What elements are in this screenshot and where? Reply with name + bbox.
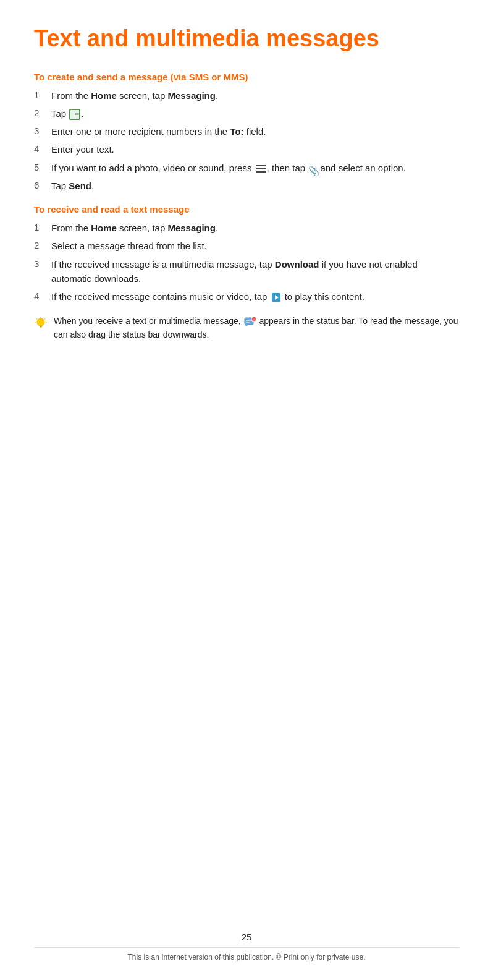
step-text: If the received message contains music o…	[51, 289, 459, 304]
svg-line-7	[44, 318, 46, 320]
svg-line-6	[36, 318, 38, 320]
section1-steps: 1 From the Home screen, tap Messaging. 2…	[34, 88, 459, 194]
list-item: 5 If you want to add a photo, video or s…	[34, 161, 459, 175]
step-number: 6	[34, 179, 51, 193]
list-item: 4 Enter your text.	[34, 142, 459, 156]
list-item: 6 Tap Send.	[34, 179, 459, 193]
list-item: 1 From the Home screen, tap Messaging.	[34, 88, 459, 103]
play-icon	[270, 291, 285, 302]
step-number: 3	[34, 124, 51, 138]
step-number: 1	[34, 88, 51, 103]
list-item: 2 Select a message thread from the list.	[34, 239, 459, 253]
step-number: 4	[34, 142, 51, 156]
step-text: From the Home screen, tap Messaging.	[51, 221, 459, 235]
step-text: Tap .	[51, 106, 459, 121]
msg-notification-icon: !	[243, 316, 259, 326]
page-footer: 25 This is an Internet version of this p…	[0, 932, 493, 961]
svg-rect-4	[40, 326, 42, 328]
step-text: Enter one or more recipient numbers in t…	[51, 124, 459, 138]
section2-heading: To receive and read a text message	[34, 204, 459, 215]
svg-rect-13	[246, 322, 250, 323]
step-text: Select a message thread from the list.	[51, 239, 459, 253]
page-content: Text and multimedia messages To create a…	[0, 0, 493, 391]
step-text: If you want to add a photo, video or sou…	[51, 161, 459, 175]
svg-rect-3	[40, 325, 43, 326]
page-number: 25	[0, 932, 493, 942]
footer-text: This is an Internet version of this publ…	[0, 953, 493, 961]
step-text: If the received message is a multimedia …	[51, 257, 459, 286]
svg-rect-12	[246, 320, 251, 321]
step-number: 4	[34, 289, 51, 304]
list-item: 2 Tap .	[34, 106, 459, 121]
tip-box: When you receive a text or multimedia me…	[34, 315, 459, 341]
list-item: 3 Enter one or more recipient numbers in…	[34, 124, 459, 138]
footer-divider	[34, 947, 459, 948]
list-item: 1 From the Home screen, tap Messaging.	[34, 221, 459, 235]
step-number: 3	[34, 257, 51, 286]
menu-icon	[256, 165, 266, 173]
compose-icon	[69, 109, 80, 120]
list-item: 3 If the received message is a multimedi…	[34, 257, 459, 286]
step-number: 5	[34, 161, 51, 175]
section1-heading: To create and send a message (via SMS or…	[34, 72, 459, 82]
paperclip-icon: 📎	[308, 164, 317, 174]
step-number: 1	[34, 221, 51, 235]
step-number: 2	[34, 239, 51, 253]
step-text: Tap Send.	[51, 179, 459, 193]
step-text: From the Home screen, tap Messaging.	[51, 88, 459, 103]
section2-steps: 1 From the Home screen, tap Messaging. 2…	[34, 221, 459, 304]
tip-icon	[34, 315, 48, 330]
step-number: 2	[34, 106, 51, 121]
step-text: Enter your text.	[51, 142, 459, 156]
page-title: Text and multimedia messages	[34, 25, 459, 53]
list-item: 4 If the received message contains music…	[34, 289, 459, 304]
tip-text: When you receive a text or multimedia me…	[54, 315, 459, 341]
svg-point-2	[37, 318, 44, 326]
svg-marker-11	[245, 324, 248, 326]
